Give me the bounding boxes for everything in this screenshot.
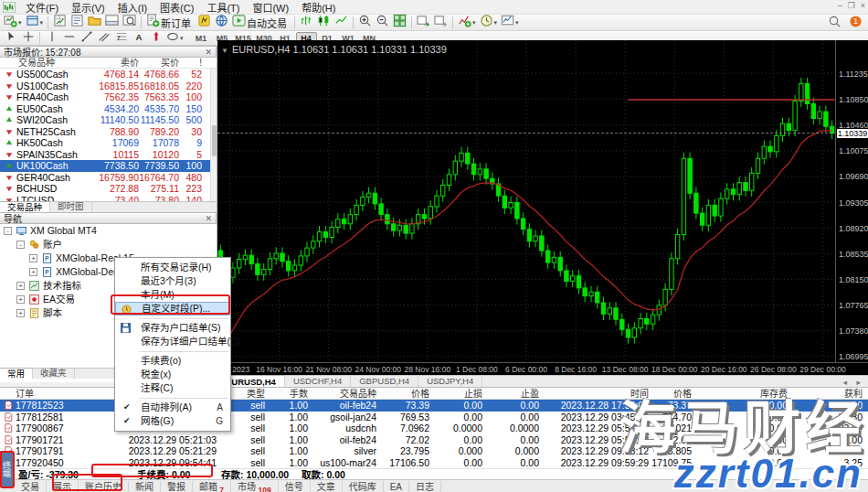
close-icon[interactable]: ✕ [205,214,212,223]
expander-icon[interactable]: + [29,254,37,262]
zoom-in-button[interactable] [356,15,374,30]
expander-icon[interactable]: - [16,241,25,249]
terminal-tab-日志[interactable]: 日志 [409,481,441,492]
column-header-4[interactable]: 手数 [290,388,308,400]
terminal-tab-新闻[interactable]: 新闻 [129,481,161,492]
market-watch-row[interactable]: EU50Cash4534.204535.70150 [0,103,217,115]
terminal-tab-信号[interactable]: 信号 [279,481,311,492]
vertical-line-button[interactable] [43,30,60,46]
line-chart-button[interactable] [333,15,350,30]
tab-scroll-arrows[interactable]: ◂ ▸ [842,378,868,387]
terminal-tab-警报[interactable]: 警报 [161,481,193,492]
column-header-8[interactable]: 止盈 [521,388,539,400]
market-watch-row[interactable]: US500Cash4768.144768.6652 [0,69,217,80]
menu-item-H[interactable]: 所有交易记录(H) [115,261,230,274]
fibonacci-button[interactable]: f [112,30,130,46]
close-icon[interactable]: × [861,1,865,10]
trend-line-button[interactable] [78,30,95,46]
timeframe-m1[interactable]: M1 [191,32,212,45]
cursor-button[interactable] [2,30,19,46]
expert-advisors-button[interactable] [213,15,230,30]
market-watch-row[interactable]: GER40Cash16759.9016764.70480 [0,172,217,184]
tab-即时图[interactable]: 即时图 [50,201,92,212]
column-header-4[interactable]: ! [199,58,202,70]
column-header-7[interactable]: 止损 [464,388,482,400]
menu-item-33[interactable]: 最近3个月(3) [115,274,230,288]
column-header-3[interactable]: 买价 [161,58,179,70]
expander-icon[interactable]: + [16,295,25,304]
metaeditor-button[interactable] [196,15,213,30]
market-watch-row[interactable]: SPAIN35Cash10115101205 [0,149,217,161]
tree-item[interactable]: -账户 [0,238,217,251]
indicators-button[interactable]: ▾ [456,15,478,30]
horizontal-line-button[interactable] [60,30,78,46]
chart-shift-button[interactable] [432,15,450,30]
terminal-tab-代码库[interactable]: 代码库 [343,481,384,492]
market-watch-row[interactable]: HK50Cash17069170789 [0,137,217,149]
time-scale[interactable]: 9 Nov 202316 Nov 16:0021 Nov 08:0024 Nov… [217,362,868,375]
data-window-button[interactable] [69,15,86,30]
menu-item-G[interactable]: ✔网格(G)G [115,414,230,428]
terminal-tab-EA[interactable]: EA [384,481,409,492]
market-watch-row[interactable]: SWI20Cash11140.5011145.50500 [0,114,217,126]
text-label-button[interactable]: A [130,30,147,46]
zoom-out-button[interactable] [374,15,391,30]
new-order-button[interactable]: 新订单 [144,15,196,30]
autotrading-button[interactable]: 自动交易 [230,15,291,30]
terminal-tab-市场[interactable]: 市场 109 [231,481,279,492]
column-header-2[interactable]: 卖价 [121,58,139,70]
bar-chart-button[interactable] [298,15,315,30]
column-header-6[interactable]: 价格 [411,388,429,400]
shapes-button[interactable]: ▾ [164,30,185,46]
menu-item-C[interactable]: 注释(C) [115,381,230,395]
navigator-button[interactable] [86,15,103,30]
column-header-1[interactable]: 交易品种 [18,58,55,70]
chart-window[interactable]: ▼EURUSD,H4 1.10631 1.10631 1.10331 1.103… [217,40,868,375]
column-header-5[interactable]: 交易品种 [340,388,376,400]
crosshair-button[interactable] [19,30,37,46]
menu-item-6[interactable]: 窗口(W) [246,0,295,16]
restore-icon[interactable]: ❐ [848,1,855,10]
tab-常用[interactable]: 常用 [0,368,33,379]
menu-item-o[interactable]: 手续费(o) [115,354,230,368]
column-header-3[interactable]: 类型 [247,388,265,400]
auto-scroll-button[interactable] [415,15,432,30]
profiles-button[interactable]: ▾ [24,15,46,30]
chart-plot[interactable] [217,40,835,362]
terminal-tab-邮箱[interactable]: 邮箱 7 [193,481,231,492]
chart-tab-usdjpy[interactable]: USDJPY,H4 [418,375,482,387]
notifications-button[interactable]: 1 [847,16,864,31]
new-chart-button[interactable]: ▾ [2,15,24,30]
arrows-button[interactable] [147,30,164,46]
terminal-button[interactable] [103,15,121,30]
menu-item-S[interactable]: 保存为户口结单(S) [115,321,230,335]
templates-button[interactable]: ▾ [499,15,521,30]
expander-icon[interactable]: + [16,282,25,290]
tab-收藏夹[interactable]: 收藏夹 [33,368,75,379]
column-header-1[interactable]: 订单 [16,388,34,400]
expander-icon[interactable]: + [16,309,25,317]
search-button[interactable] [826,16,843,31]
expander-icon[interactable]: - [4,227,12,235]
price-scale[interactable]: 1.112351.108501.104601.100751.096901.093… [835,40,868,362]
window-controls[interactable]: –❐× [838,1,865,10]
tree-item[interactable]: -XM Global MT4 [0,224,217,238]
expander-icon[interactable]: + [29,268,37,276]
chart-tab-usdchf[interactable]: USDCHF,H4 [285,375,351,387]
market-watch-row[interactable]: BCHUSD272.88275.11223 [0,183,217,195]
menu-item-4[interactable]: 图表(C) [153,0,200,16]
strategy-tester-button[interactable] [121,15,138,30]
menu-item-x[interactable]: 税金(x) [115,368,230,381]
terminal-tab-文章[interactable]: 文章 [311,481,343,492]
market-watch-scrollbar[interactable] [210,69,217,201]
menu-item-A[interactable]: ✔自动排列(A)A [115,401,230,414]
candlestick-chart-button[interactable] [315,15,333,30]
one-click-trading-icon[interactable]: ▼ [221,47,228,55]
market-watch-row[interactable]: US100Cash16815.8516818.05220 [0,80,217,92]
terminal-tab-交易[interactable]: 交易 [15,481,47,492]
periods-button[interactable]: ▾ [478,15,500,30]
market-watch-row[interactable]: LTCUSD73.4073.80140 [0,195,217,202]
close-icon[interactable]: ✕ [205,48,212,57]
tile-windows-button[interactable] [391,15,408,30]
menu-item-D[interactable]: 保存为详细户口结单(D) [115,335,230,348]
